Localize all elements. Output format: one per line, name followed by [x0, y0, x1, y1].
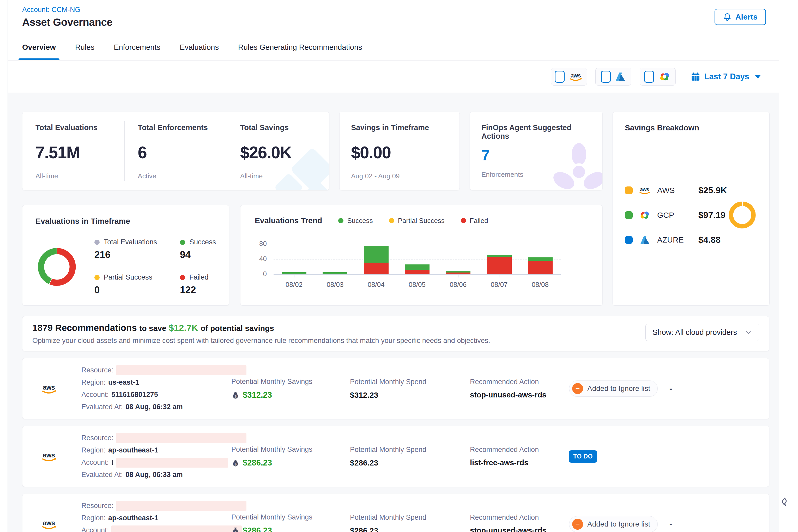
stat-value: $0.00	[351, 143, 448, 162]
provider-amount: $25.9K	[698, 185, 727, 195]
azure-filter-toggle[interactable]	[595, 68, 631, 86]
page-header: Account: CCM-NG Asset Governance Alerts	[8, 0, 779, 34]
legend-value: 94	[180, 249, 216, 260]
aws-checkbox[interactable]	[555, 71, 565, 83]
provider-amount: $97.19	[698, 210, 725, 220]
cloud-provider-filter-dropdown[interactable]: Show: All cloud providers	[645, 324, 759, 341]
recommendation-row[interactable]: aws Resource: Region:ap-southeast-1 Acco…	[22, 494, 769, 532]
failed-dot-icon	[461, 218, 466, 223]
empty-cell: -	[669, 520, 769, 529]
y-axis: 04080	[255, 244, 273, 274]
account-value: 511616801275	[111, 391, 158, 399]
region-value: ap-southeast-1	[108, 446, 158, 454]
ignore-list-badge[interactable]: Added to Ignore list	[569, 516, 658, 532]
money-bag-icon: $	[231, 459, 240, 467]
recommended-action: Recommended Action list-free-aws-rds	[470, 446, 569, 467]
tab-enforcements[interactable]: Enforcements	[114, 34, 160, 60]
trend-bar-slot	[520, 244, 561, 274]
savings-breakdown-donut-chart	[727, 184, 757, 246]
y-axis-label: 0	[263, 270, 267, 278]
svg-text:$: $	[234, 462, 236, 466]
todo-badge[interactable]: TO DO	[569, 450, 597, 463]
failed-dot-icon	[180, 275, 185, 280]
azure-logo-icon	[615, 72, 626, 82]
aws-color-swatch	[625, 187, 633, 194]
alerts-button[interactable]: Alerts	[715, 9, 766, 25]
recommended-action: Recommended Action stop-unused-aws-rds	[470, 513, 569, 532]
partial-success-dot-icon	[94, 275, 100, 280]
trend-bar-slot	[438, 244, 478, 274]
trend-bar[interactable]	[487, 255, 512, 274]
trend-legend-success: Success	[338, 217, 373, 225]
recommendation-row[interactable]: aws Resource: Region:ap-southeast-1 Acco…	[22, 426, 769, 487]
aws-filter-toggle[interactable]: aws	[551, 68, 587, 86]
gcp-color-swatch	[625, 211, 633, 219]
card-title: Evaluations in Timeframe	[36, 217, 216, 226]
recommendations-titles: 1879 Recommendations to save $12.7K of p…	[32, 323, 490, 345]
gcp-checkbox[interactable]	[644, 71, 654, 83]
redacted-account	[116, 458, 228, 468]
savings-breakdown-card: Savings Breakdown aws	[613, 112, 770, 306]
legend-item: Success 94	[180, 238, 216, 260]
tab-rules[interactable]: Rules	[75, 34, 94, 60]
azure-checkbox[interactable]	[601, 71, 611, 83]
legend-value: 0	[94, 285, 157, 296]
caret-down-icon	[755, 75, 761, 78]
resource-details: Resource: Region:ap-southeast-1 Account:…	[81, 499, 231, 532]
provider-name: AZURE	[657, 235, 693, 244]
tab-rules-generating-recommendations[interactable]: Rules Generating Recommendations	[238, 34, 362, 60]
svg-text:aws: aws	[640, 187, 649, 192]
stat-value: 6	[138, 143, 227, 162]
breadcrumb[interactable]: Account: CCM-NG	[22, 6, 112, 14]
stat-title: Total Evaluations	[36, 124, 125, 132]
trend-bar[interactable]	[323, 272, 347, 274]
x-axis-label: 08/05	[397, 274, 438, 289]
trend-bar[interactable]	[282, 272, 306, 274]
action-value: stop-unused-aws-rds	[470, 526, 569, 532]
left-gutter	[0, 0, 8, 532]
region-value: ap-southeast-1	[108, 514, 158, 522]
recommendation-row[interactable]: aws Resource: Region:us-east-1 Account:5…	[22, 358, 769, 419]
date-range-selector[interactable]: Last 7 Days	[691, 72, 761, 81]
evaluations-trend-card: Evaluations Trend Success Partial Succes…	[240, 205, 603, 306]
trend-bar[interactable]	[528, 258, 553, 274]
stat-sublabel: Active	[138, 172, 227, 180]
trend-legend-failed: Failed	[461, 217, 488, 225]
provider-amount: $4.88	[698, 235, 721, 245]
app-column: Account: CCM-NG Asset Governance Alerts …	[8, 0, 779, 532]
azure-logo-icon	[638, 235, 652, 245]
partial-help-icon[interactable]	[781, 498, 788, 508]
page-title: Asset Governance	[22, 16, 112, 28]
overview-content: Total Evaluations 7.51M All-time Total E…	[8, 93, 779, 532]
redacted-resource	[116, 501, 246, 511]
bell-icon	[723, 13, 732, 21]
provider-name: GCP	[657, 211, 693, 220]
status-column: TO DO	[569, 450, 669, 463]
calendar-icon	[691, 72, 700, 81]
svg-text:aws: aws	[43, 383, 55, 391]
aws-logo-icon: aws	[41, 518, 81, 530]
trend-bar[interactable]	[446, 271, 471, 274]
savings-breakdown-legend: aws AWS $25.9K	[625, 185, 727, 245]
spend-value: $286.23	[350, 458, 470, 467]
stats-card: Total Evaluations 7.51M All-time Total E…	[22, 112, 329, 190]
savings-in-timeframe-card: Savings in Timeframe $0.00 Aug 02 - Aug …	[339, 112, 460, 190]
gcp-filter-toggle[interactable]	[640, 68, 676, 86]
stat-sublabel: Enforcements	[481, 171, 591, 179]
tab-overview[interactable]: Overview	[22, 34, 56, 60]
dropdown-value: Show: All cloud providers	[652, 328, 737, 337]
x-axis-label: 08/04	[356, 274, 397, 289]
recommendations-header-card: 1879 Recommendations to save $12.7K of p…	[22, 316, 769, 351]
action-value: list-free-aws-rds	[470, 458, 569, 467]
redacted-account	[111, 526, 242, 532]
trend-bar[interactable]	[405, 264, 430, 274]
partial-success-dot-icon	[389, 218, 394, 223]
gcp-logo-icon	[658, 72, 671, 82]
evaluated-value: 08 Aug, 06:33 am	[126, 471, 183, 479]
money-bag-icon: $	[231, 527, 240, 532]
stat-title: Savings in Timeframe	[351, 124, 448, 132]
potential-monthly-savings: Potential Monthly Savings $ $286.23	[231, 513, 350, 532]
tab-evaluations[interactable]: Evaluations	[180, 34, 219, 60]
ignore-list-badge[interactable]: Added to Ignore list	[569, 380, 658, 397]
trend-bar[interactable]	[364, 246, 388, 274]
